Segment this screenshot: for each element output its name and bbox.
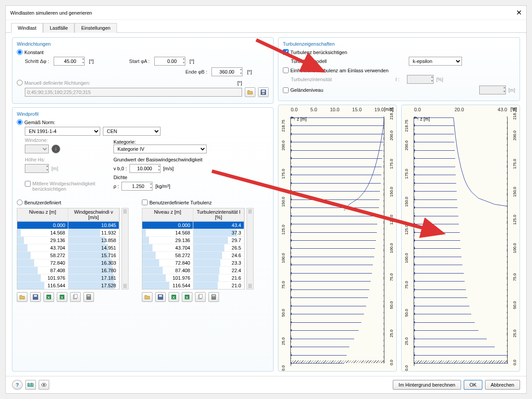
- vb0-label: v b,0 :: [113, 166, 127, 171]
- copy-icon[interactable]: [195, 292, 206, 302]
- window-title: Windlasten simulieren und generieren: [10, 10, 92, 16]
- tab-einstellungen[interactable]: Einstellungen: [74, 23, 117, 33]
- step-label: Schritt Δφ :: [25, 59, 49, 64]
- rho-label: ρ :: [113, 184, 119, 189]
- density-title: Dichte: [113, 175, 203, 180]
- excel-import-icon[interactable]: X: [168, 292, 179, 302]
- velocity-table[interactable]: Niveau z [m]Windgeschwindi v [m/s] 0.000…: [17, 208, 120, 289]
- scrollbar[interactable]: [246, 208, 254, 289]
- turbulence-model-select[interactable]: k-epsilon: [409, 57, 462, 66]
- step-input[interactable]: [54, 57, 85, 66]
- preview-icon[interactable]: [39, 380, 49, 390]
- terrain-level-input: [479, 86, 506, 94]
- intensity-input: [407, 75, 434, 84]
- svg-rect-1: [262, 90, 265, 92]
- terrain-level-checkbox[interactable]: Geländeniveau: [283, 87, 323, 93]
- svg-text:X: X: [186, 295, 189, 300]
- radio-user-defined[interactable]: Benutzerdefiniert: [17, 200, 61, 205]
- svg-rect-20: [199, 294, 202, 298]
- end-input[interactable]: [211, 67, 243, 76]
- calc-icon[interactable]: [208, 292, 219, 302]
- svg-rect-4: [34, 295, 37, 297]
- help-icon[interactable]: ?: [12, 380, 23, 390]
- manual-directions-input[interactable]: [25, 88, 242, 97]
- model-label: Turbulenzmodell: [291, 59, 406, 64]
- info-icon[interactable]: i: [51, 145, 60, 153]
- ok-button[interactable]: OK: [464, 380, 482, 390]
- norm-annex-select[interactable]: CEN: [103, 127, 160, 136]
- mean-wind-checkbox[interactable]: Mittlere Windgeschwindigkeit berücksicht…: [25, 181, 105, 192]
- radio-norm[interactable]: Gemäß Norm:: [17, 119, 55, 125]
- svg-rect-22: [212, 295, 215, 297]
- vb0-title: Grundwert der Basiswindgeschwindigkeit: [113, 157, 203, 162]
- tab-windlast[interactable]: Windlast: [11, 23, 43, 33]
- user-turbulence-checkbox[interactable]: Benutzerdefinierte Turbulenz: [142, 200, 212, 205]
- end-label: Ende φB :: [185, 69, 207, 74]
- calc-icon[interactable]: [83, 292, 94, 302]
- svg-rect-12: [87, 295, 90, 297]
- radio-constant[interactable]: Konstant: [17, 49, 43, 55]
- calc-background-button[interactable]: Im Hintergrund berechnen: [393, 380, 461, 390]
- group-title: Windprofil: [17, 111, 269, 117]
- copy-icon[interactable]: [70, 292, 81, 302]
- open-icon[interactable]: [17, 292, 27, 302]
- rho-input[interactable]: [121, 182, 153, 191]
- turbulence-table[interactable]: Niveau z [m]Turbulenzintensität I [%] 0.…: [142, 208, 245, 289]
- svg-text:0.00: 0.00: [29, 382, 34, 387]
- hs-input: [25, 164, 49, 173]
- vb0-input[interactable]: [129, 164, 160, 173]
- intensity-label: Turbulenzintensität: [291, 77, 393, 82]
- hs-label: Höhe Hs:: [25, 157, 100, 162]
- velocity-profile-chart: 0.05.010.015.019.0[m/s]↑ z [m]0.025.050.…: [278, 105, 397, 372]
- turbulence-profile-chart: 0.020.043.0[%]↑ z [m]0.025.050.075.0100.…: [401, 105, 520, 372]
- group-wind-profile: Windprofil Gemäß Norm: EN 1991-1-4 CEN W…: [12, 107, 274, 372]
- save-icon[interactable]: [30, 292, 41, 302]
- windzone-label: Windzone:: [25, 137, 100, 143]
- group-turbulence: Turbulenzeigenschaften Turbulenz berücks…: [278, 37, 520, 101]
- tabstrip: Windlast Lastfälle Einstellungen: [6, 20, 526, 33]
- group-wind-directions: Windrichtungen Konstant Schritt Δφ : [°]…: [12, 37, 274, 104]
- radio-manual[interactable]: Manuell definierte Richtungen:: [17, 80, 90, 86]
- units-icon[interactable]: 0.00: [25, 380, 36, 390]
- dialog-window: Windlasten simulieren und generieren ✕ W…: [5, 5, 527, 394]
- start-label: Start φA :: [129, 59, 149, 64]
- norm-standard-select[interactable]: EN 1991-1-4: [25, 127, 100, 136]
- start-input[interactable]: [154, 57, 185, 66]
- svg-text:X: X: [172, 295, 176, 300]
- svg-point-26: [43, 384, 45, 386]
- save-icon[interactable]: [155, 292, 166, 302]
- svg-rect-2: [262, 93, 264, 94]
- category-label: Kategorie:: [113, 139, 207, 145]
- uniform-turbulence-checkbox[interactable]: Einheitliche Turbulenz am Einlass verwen…: [283, 67, 388, 73]
- close-icon[interactable]: ✕: [516, 8, 522, 17]
- scrollbar[interactable]: [121, 208, 129, 289]
- category-select[interactable]: Kategorie IV: [113, 145, 207, 153]
- tab-lastfaelle[interactable]: Lastfälle: [43, 23, 74, 33]
- svg-rect-14: [159, 295, 162, 297]
- svg-text:X: X: [61, 295, 64, 300]
- consider-turbulence-checkbox[interactable]: Turbulenz berücksichtigen: [283, 49, 347, 55]
- excel-export-icon[interactable]: X: [182, 292, 192, 302]
- group-title: Windrichtungen: [17, 41, 269, 47]
- excel-export-icon[interactable]: X: [57, 292, 67, 302]
- excel-import-icon[interactable]: X: [43, 292, 54, 302]
- cancel-button[interactable]: Abbrechen: [485, 380, 520, 390]
- open-icon[interactable]: [245, 87, 255, 97]
- svg-rect-10: [74, 294, 77, 298]
- windzone-select: [25, 145, 49, 153]
- svg-text:X: X: [47, 295, 51, 300]
- save-icon[interactable]: [258, 87, 269, 97]
- open-icon[interactable]: [142, 292, 153, 302]
- group-title: Turbulenzeigenschaften: [283, 41, 515, 47]
